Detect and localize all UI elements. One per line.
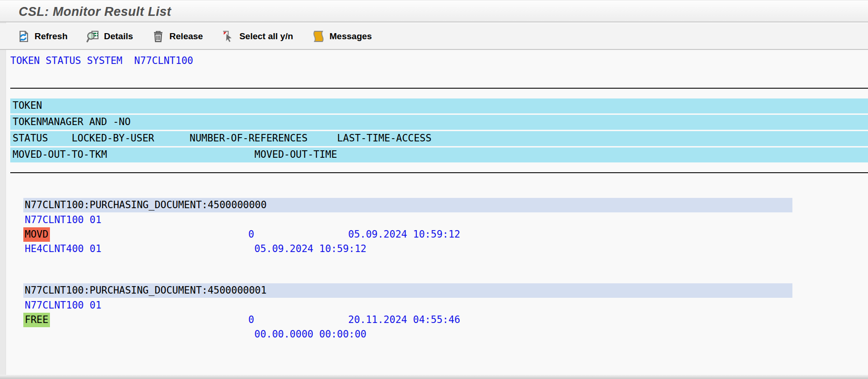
messages-label: Messages bbox=[329, 31, 372, 42]
status-badge[interactable]: MOVD bbox=[23, 227, 50, 242]
release-label: Release bbox=[169, 31, 203, 42]
release-button[interactable]: Release bbox=[152, 30, 203, 43]
last-time-access-value: 20.11.2024 04:55:46 bbox=[348, 313, 460, 327]
details-button[interactable]: Details bbox=[86, 30, 133, 43]
column-header-token: TOKEN bbox=[10, 98, 868, 113]
separator-line-bottom bbox=[10, 172, 868, 173]
messages-icon bbox=[312, 30, 325, 43]
token-header-bar[interactable]: N77CLNT100:PURCHASING_DOCUMENT:450000000… bbox=[23, 283, 792, 298]
messages-button[interactable]: Messages bbox=[312, 30, 372, 43]
title-bar: CSL: Monitor Result List bbox=[0, 0, 868, 22]
column-header-tokenmanager: TOKENMANAGER AND -NO bbox=[10, 115, 868, 130]
select-all-button[interactable]: Select all y/n bbox=[222, 30, 293, 43]
number-of-references-value: 0 bbox=[248, 313, 254, 327]
token-system-value[interactable]: N77CLNT100 01 bbox=[25, 213, 101, 227]
record-status-line: MOVD 0 05.09.2024 10:59:12 bbox=[0, 227, 868, 242]
token-system-value[interactable]: N77CLNT100 01 bbox=[25, 298, 101, 313]
page-title: CSL: Monitor Result List bbox=[19, 5, 171, 19]
refresh-button[interactable]: Refresh bbox=[17, 30, 68, 43]
refresh-icon bbox=[17, 30, 30, 43]
refresh-label: Refresh bbox=[35, 31, 68, 42]
result-list: TOKEN STATUS SYSTEM N77CLNT100 TOKEN TOK… bbox=[0, 51, 868, 379]
last-time-access-value: 05.09.2024 10:59:12 bbox=[348, 227, 460, 242]
application-toolbar: Refresh Details Release bbox=[0, 23, 868, 50]
column-header-movedout-row: MOVED-OUT-TO-TKM MOVED-OUT-TIME bbox=[10, 147, 868, 162]
record-status-line: FREE 0 20.11.2024 04:55:46 bbox=[0, 313, 868, 327]
number-of-references-value: 0 bbox=[248, 227, 254, 242]
record-system-line: N77CLNT100 01 bbox=[0, 213, 868, 227]
select-all-icon bbox=[222, 30, 235, 43]
record-movedout-line: 00.00.0000 00:00:00 bbox=[0, 327, 868, 342]
record-movedout-line: HE4CLNT400 01 05.09.2024 10:59:12 bbox=[0, 242, 868, 256]
window-bottom-edge bbox=[0, 375, 868, 379]
moved-out-time-value: 05.09.2024 10:59:12 bbox=[254, 242, 366, 256]
token-header-bar[interactable]: N77CLNT100:PURCHASING_DOCUMENT:450000000… bbox=[23, 198, 792, 212]
details-label: Details bbox=[104, 31, 133, 42]
column-header-status-row: STATUS LOCKED-BY-USER NUMBER-OF-REFERENC… bbox=[10, 131, 868, 146]
record-row: N77CLNT100:PURCHASING_DOCUMENT:450000000… bbox=[0, 283, 868, 298]
select-all-label: Select all y/n bbox=[239, 31, 293, 42]
details-icon bbox=[86, 30, 99, 43]
selection-header-line[interactable]: TOKEN STATUS SYSTEM N77CLNT100 bbox=[10, 55, 193, 66]
record-row: N77CLNT100:PURCHASING_DOCUMENT:450000000… bbox=[0, 198, 868, 212]
record-system-line: N77CLNT100 01 bbox=[0, 298, 868, 313]
separator-line-top bbox=[10, 88, 868, 89]
status-badge[interactable]: FREE bbox=[23, 313, 50, 327]
moved-out-to-tkm-value[interactable]: HE4CLNT400 01 bbox=[25, 242, 101, 256]
trash-icon bbox=[152, 30, 165, 43]
moved-out-time-value: 00.00.0000 00:00:00 bbox=[254, 327, 366, 342]
